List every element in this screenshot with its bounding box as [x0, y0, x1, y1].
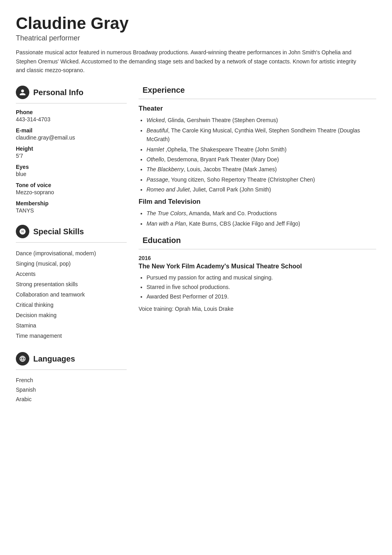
edu-list-item: Pursued my passion for acting and musica… — [147, 273, 376, 283]
field-eyes: Eyes blue — [16, 164, 127, 177]
phone-label: Phone — [16, 109, 127, 115]
field-tone: Tone of voice Mezzo-soprano — [16, 182, 127, 195]
exp-list: Wicked, Glinda, Gershwin Theatre (Stephe… — [139, 116, 376, 194]
skills-list: Dance (improvisational, modern)Singing (… — [16, 248, 127, 341]
skill-item: Time management — [16, 331, 127, 341]
skill-item: Singing (musical, pop) — [16, 258, 127, 269]
skill-item: Decision making — [16, 310, 127, 320]
special-skills-title: Special Skills — [33, 227, 84, 236]
skill-item: Collaboration and teamwork — [16, 289, 127, 300]
education-content: 2016The New York Film Academy's Musical … — [139, 255, 376, 312]
experience-header: Experience — [139, 86, 376, 95]
edu-year: 2016 — [139, 255, 376, 261]
personal-info-title: Personal Info — [33, 88, 84, 97]
education-section: Education 2016The New York Film Academy'… — [139, 236, 376, 312]
email-label: E-mail — [16, 127, 127, 134]
languages-divider — [16, 369, 127, 370]
edu-list-item: Starred in five school productions. — [147, 283, 376, 292]
membership-label: Membership — [16, 200, 127, 207]
exp-subsection-title: Theater — [139, 105, 376, 113]
languages-title: Languages — [33, 354, 75, 364]
membership-value: TANYS — [16, 207, 127, 214]
exp-list-item: The Blackberry, Louis, Jacobs Theatre (M… — [147, 165, 376, 174]
field-membership: Membership TANYS — [16, 200, 127, 214]
language-item: Arabic — [16, 394, 127, 404]
special-skills-header: Special Skills — [16, 225, 127, 238]
education-header: Education — [139, 236, 376, 245]
exp-list-item: Othello, Desdemona, Bryant Park Theater … — [147, 155, 376, 164]
person-icon — [16, 86, 29, 99]
field-email: E-mail claudine.gray@email.us — [16, 127, 127, 141]
eyes-value: blue — [16, 171, 127, 177]
personal-info-fields: Phone 443-314-4703 E-mail claudine.gray@… — [16, 109, 127, 214]
exp-list-item: Hamlet ,Ophelia, The Shakespeare Theatre… — [147, 145, 376, 154]
special-skills-section: Special Skills Dance (improvisational, m… — [16, 225, 127, 341]
experience-divider — [139, 99, 376, 99]
languages-icon — [16, 352, 29, 366]
exp-list-item: Wicked, Glinda, Gershwin Theatre (Stephe… — [147, 116, 376, 124]
skill-item: Strong presentation skills — [16, 279, 127, 289]
languages-section: Languages FrenchSpanishArabic — [16, 352, 127, 404]
candidate-title: Theatrical performer — [16, 34, 376, 42]
exp-list-item: Romeo and Juliet, Juliet, Carroll Park (… — [147, 185, 376, 194]
main-content: Personal Info Phone 443-314-4703 E-mail … — [16, 86, 376, 415]
candidate-name: Claudine Gray — [16, 14, 376, 33]
field-height: Height 5'7 — [16, 145, 127, 159]
special-skills-divider — [16, 242, 127, 243]
exp-list-item: Man with a Plan, Kate Burns, CBS (Jackie… — [147, 219, 376, 228]
exp-list-item: Beautiful, The Carole King Musical, Cynt… — [147, 126, 376, 144]
candidate-summary: Passionate musical actor featured in num… — [16, 48, 364, 75]
exp-list-item: The True Colors, Amanda, Mark and Co. Pr… — [147, 209, 376, 218]
skill-item: Accents — [16, 269, 127, 279]
resume-header: Claudine Gray Theatrical performer Passi… — [16, 14, 376, 75]
language-item: Spanish — [16, 385, 127, 394]
tone-value: Mezzo-soprano — [16, 189, 127, 195]
skill-item: Critical thinking — [16, 300, 127, 310]
edu-list: Pursued my passion for acting and musica… — [139, 273, 376, 301]
skill-item: Stamina — [16, 320, 127, 331]
edu-school: The New York Film Academy's Musical Thea… — [139, 263, 376, 270]
experience-section: Experience TheaterWicked, Glinda, Gershw… — [139, 86, 376, 228]
skill-item: Dance (improvisational, modern) — [16, 248, 127, 258]
right-column: Experience TheaterWicked, Glinda, Gershw… — [139, 86, 376, 415]
exp-list: The True Colors, Amanda, Mark and Co. Pr… — [139, 209, 376, 228]
experience-title: Experience — [143, 86, 185, 95]
left-column: Personal Info Phone 443-314-4703 E-mail … — [16, 86, 127, 415]
edu-list-item: Awarded Best Performer of 2019. — [147, 292, 376, 302]
exp-subsection-title: Film and Television — [139, 198, 376, 206]
education-title: Education — [143, 236, 181, 245]
eyes-label: Eyes — [16, 164, 127, 170]
email-value: claudine.gray@email.us — [16, 134, 127, 141]
tone-label: Tone of voice — [16, 182, 127, 188]
height-value: 5'7 — [16, 153, 127, 159]
language-item: French — [16, 375, 127, 385]
personal-info-divider — [16, 103, 127, 103]
languages-header: Languages — [16, 352, 127, 366]
personal-info-header: Personal Info — [16, 86, 127, 99]
experience-content: TheaterWicked, Glinda, Gershwin Theatre … — [139, 105, 376, 228]
languages-list: FrenchSpanishArabic — [16, 375, 127, 404]
exp-list-item: Passage, Young citizen, Soho Repertory T… — [147, 175, 376, 184]
height-label: Height — [16, 145, 127, 152]
education-divider — [139, 249, 376, 249]
edu-note: Voice training: Oprah Mia, Louis Drake — [139, 306, 376, 312]
phone-value: 443-314-4703 — [16, 116, 127, 122]
field-phone: Phone 443-314-4703 — [16, 109, 127, 122]
skills-icon — [16, 225, 29, 238]
personal-info-section: Personal Info Phone 443-314-4703 E-mail … — [16, 86, 127, 214]
